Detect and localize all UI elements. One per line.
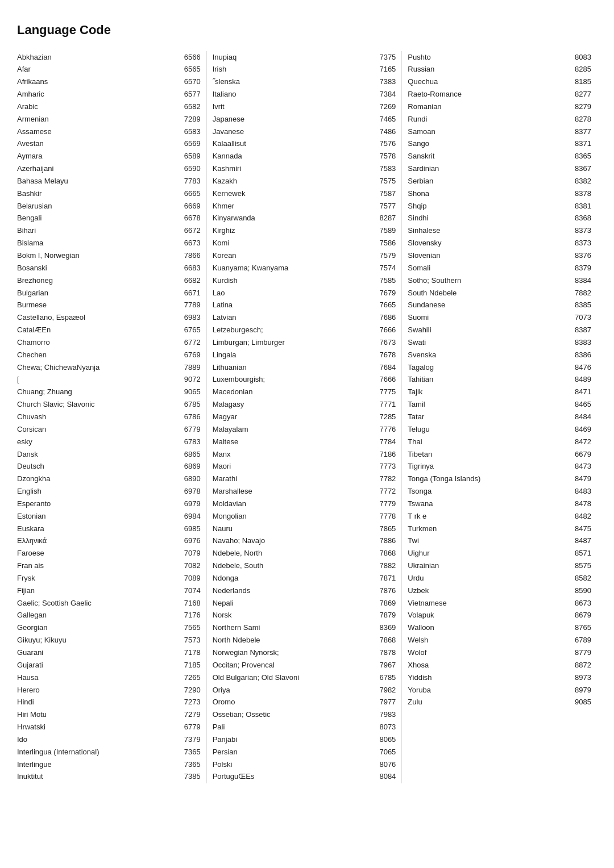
table-row: Komi7586 [213, 237, 396, 250]
language-code: 7573 [178, 635, 201, 646]
language-code: 6577 [178, 89, 201, 100]
table-row: Gallegan7176 [17, 610, 201, 622]
table-row: Inuktitut7385 [17, 771, 201, 783]
language-code: 7866 [178, 251, 201, 261]
language-name: Latina [213, 300, 374, 311]
language-name: Latvian [213, 312, 374, 323]
table-row: Korean7579 [213, 250, 396, 262]
table-row: Lao7679 [213, 287, 396, 299]
language-code: 7876 [373, 586, 396, 596]
table-row: Quechua8185 [408, 76, 591, 89]
table-row: Hindi7273 [17, 696, 201, 709]
language-code: 7589 [373, 226, 396, 236]
language-code: 6569 [178, 139, 201, 149]
table-row: Mongolian7778 [213, 510, 396, 523]
language-name: Yoruba [408, 685, 569, 696]
table-row: Ukrainian8575 [408, 560, 591, 573]
language-code: 8575 [569, 561, 591, 571]
language-code: 7784 [373, 437, 396, 448]
table-row: Tibetan6679 [408, 448, 591, 461]
table-row: Arabic6582 [17, 101, 201, 113]
language-code: 6679 [569, 449, 591, 460]
table-row: Italiano7384 [213, 89, 396, 101]
table-row: Dansk6865 [17, 448, 201, 461]
language-code: 7168 [178, 598, 201, 609]
language-name: Ndebele, North [213, 548, 374, 559]
language-name: Bengali [17, 213, 178, 224]
language-code: 8373 [569, 226, 591, 236]
language-name: Javanese [213, 127, 374, 137]
table-row: Bislama6673 [17, 237, 201, 250]
language-name: Macedonian [213, 387, 374, 398]
language-name: Oriya [213, 685, 374, 696]
table-row: Russian8285 [408, 64, 591, 76]
table-row: Ndebele, North7868 [213, 548, 396, 560]
language-code: 7269 [373, 102, 396, 112]
table-row: Urdu8582 [408, 572, 591, 585]
language-name: Church Slavic; Slavonic [17, 399, 178, 410]
table-row: Magyar7285 [213, 411, 396, 423]
language-code: 9065 [178, 387, 201, 398]
table-row: Uighur8571 [408, 548, 591, 560]
language-code: 8489 [569, 374, 591, 385]
language-name: Sardinian [408, 164, 569, 174]
language-name: Bokm I, Norwegian [17, 251, 178, 261]
table-row: Thai8472 [408, 436, 591, 448]
language-code: 8582 [569, 573, 591, 584]
table-row: Chewa; ChichewaNyanja7889 [17, 361, 201, 374]
language-name: Bulgarian [17, 288, 178, 299]
language-name: Bashkir [17, 189, 178, 199]
language-code: 8471 [569, 387, 591, 398]
table-row: Dzongkha6890 [17, 473, 201, 486]
language-name: Manx [213, 449, 374, 460]
table-row: Bashkir6665 [17, 187, 201, 200]
language-code: 6785 [178, 399, 201, 410]
language-name: Nederlands [213, 586, 374, 596]
language-name: Arabic [17, 102, 178, 112]
table-row: Bihari6672 [17, 225, 201, 237]
table-row: Slovenian8376 [408, 250, 591, 262]
language-name: Gaelic; Scottish Gaelic [17, 598, 178, 609]
language-name: Pali [213, 722, 374, 733]
language-name: Ivrit [213, 102, 374, 112]
language-code: 7176 [178, 610, 201, 621]
language-name: Frysk [17, 573, 178, 584]
language-code: 8365 [569, 151, 591, 162]
language-name: Twi [408, 536, 569, 546]
table-row: Maltese7784 [213, 436, 396, 448]
table-row: Abkhazian6566 [17, 51, 201, 64]
table-row: Faroese7079 [17, 548, 201, 560]
language-code: 7782 [373, 474, 396, 485]
table-row: Esperanto6979 [17, 498, 201, 510]
language-name: Romanian [408, 102, 569, 112]
language-name: Polski [213, 760, 374, 770]
language-table: Abkhazian6566Afar6565Afrikaans6570Amhari… [17, 51, 597, 783]
language-code: 8287 [373, 213, 396, 224]
table-row: Malagasy7771 [213, 399, 396, 411]
language-code: 7772 [373, 486, 396, 497]
language-code: 8482 [569, 511, 591, 522]
language-name: Yiddish [408, 673, 569, 683]
table-row: Navaho; Navajo7886 [213, 535, 396, 548]
table-row: Javanese7486 [213, 126, 396, 138]
table-row: Amharic6577 [17, 89, 201, 101]
language-code: 8779 [569, 648, 591, 658]
language-code: 7379 [178, 735, 201, 745]
language-code: 7678 [373, 350, 396, 361]
language-code: 7586 [373, 238, 396, 249]
language-name: Sango [408, 139, 569, 149]
table-row: Twi8487 [408, 535, 591, 548]
language-code: 6671 [178, 288, 201, 299]
language-name: Afar [17, 64, 178, 75]
table-row: Interlingua (International)7365 [17, 746, 201, 758]
table-row: Persian7065 [213, 746, 396, 758]
language-code: 6786 [178, 412, 201, 423]
language-code: 7583 [373, 164, 396, 174]
language-code: 7868 [373, 548, 396, 559]
table-row: Welsh6789 [408, 635, 591, 647]
language-name: Swati [408, 337, 569, 348]
language-name: Kirghiz [213, 226, 374, 236]
language-name: Tsonga [408, 486, 569, 497]
language-name: Azerhaijani [17, 164, 178, 174]
table-row: Polski8076 [213, 758, 396, 771]
